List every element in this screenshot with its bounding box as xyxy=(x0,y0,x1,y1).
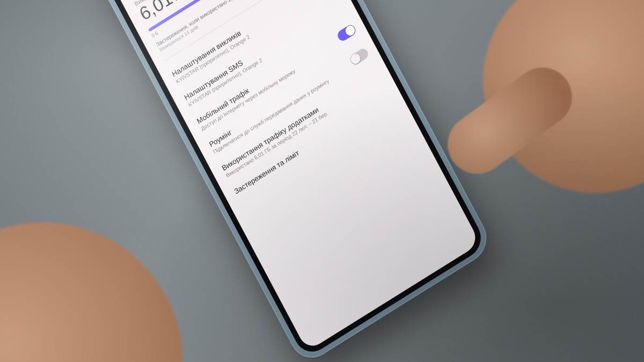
row-title: Налаштування викликів xyxy=(171,0,308,78)
usage-progress-bar xyxy=(148,0,304,32)
usage-warning-text: Застереження, коли використано 2,00 ГБ т… xyxy=(155,0,262,47)
phone-screen: 15:29 KYIVSTAR xyxy=(105,0,480,351)
row-title: Налаштування SMS xyxy=(183,11,320,102)
page-subheader: Використання мобільних даних xyxy=(119,0,295,3)
hand-left xyxy=(0,186,219,362)
row-call-settings[interactable]: Налаштування викликів KYIVSTAR (пріорите… xyxy=(159,0,345,95)
phone: 15:29 KYIVSTAR xyxy=(91,0,494,362)
data-usage-block: Використано: 6,01 ГБ 0 Б 6,01 ГБ xyxy=(122,0,326,60)
divider xyxy=(164,0,320,61)
row-mobile-data[interactable]: Мобільний трафік Доступ до Інтернету чер… xyxy=(184,11,370,143)
usage-amount: 6,01 ГБ xyxy=(136,0,300,24)
usage-warning-sub: Залишилося 14 днів xyxy=(158,0,316,53)
toggle-knob xyxy=(349,52,362,65)
row-app-usage[interactable]: Використання трафіку додатками Використа… xyxy=(209,58,394,189)
usage-number: 6,01 xyxy=(136,0,175,24)
row-subtitle: Використано 6,01 ГБ за період 22 лют. – … xyxy=(225,90,362,179)
row-title: Роумінг xyxy=(208,58,346,149)
hand-thumb xyxy=(436,56,583,186)
usage-warning: Застереження, коли використано 2,00 ГБ т… xyxy=(155,0,316,53)
hand-right xyxy=(458,0,644,218)
row-sms-settings[interactable]: Налаштування SMS KYIVSTAR (пріоритетно),… xyxy=(171,0,357,119)
usage-bar-labels: 0 Б 6,01 ГБ xyxy=(150,0,308,39)
row-subtitle: Підключатися до служб передавання даних … xyxy=(213,66,349,156)
row-title: Мобільний трафік xyxy=(195,35,333,125)
row-title: Застереження та ліміт xyxy=(233,105,370,196)
screen-glare xyxy=(105,0,480,351)
toggle-knob xyxy=(344,24,357,38)
mobile-data-toggle[interactable] xyxy=(336,23,357,43)
usage-progress-fill xyxy=(148,0,304,32)
photo-background: 15:29 KYIVSTAR xyxy=(0,0,644,362)
row-title: Використання трафіку додатками xyxy=(221,82,358,172)
usage-unit: ГБ xyxy=(173,0,184,2)
row-limit[interactable]: Застереження та ліміт xyxy=(221,82,403,206)
phone-case: 15:29 KYIVSTAR xyxy=(91,0,494,362)
roaming-toggle[interactable] xyxy=(348,47,370,67)
row-subtitle: KYIVSTAR (пріоритетно), Orange 2 xyxy=(175,0,312,85)
row-subtitle: Доступ до Інтернету через мобільну мереж… xyxy=(200,43,336,132)
usage-bar-min: 0 Б xyxy=(150,30,159,39)
row-roaming[interactable]: Роумінг Підключатися до служб передаванн… xyxy=(196,35,382,166)
usage-label: Використано: xyxy=(134,0,291,8)
row-subtitle: KYIVSTAR (пріоритетно), Orange 2 xyxy=(187,19,324,109)
phone-bezel: 15:29 KYIVSTAR xyxy=(98,0,487,359)
